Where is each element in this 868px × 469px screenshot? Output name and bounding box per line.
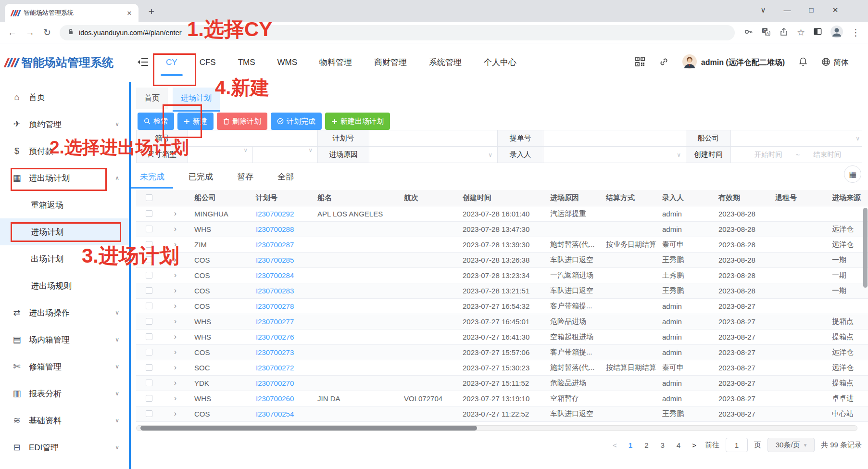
horizontal-scrollbar-thumb[interactable] [140,426,477,431]
browser-menu-icon[interactable]: ⋮ [851,27,860,38]
bookmark-star-icon[interactable]: ☆ [797,27,805,38]
sidebar-item-1[interactable]: ✈预约管理∨ [0,111,129,138]
cell-plan_no[interactable]: I230700273 [250,344,312,360]
row-checkbox[interactable] [146,333,152,340]
row-checkbox[interactable] [146,272,152,279]
tab-close-icon[interactable]: ✕ [125,10,134,17]
nav-item-5[interactable]: 商财管理 [374,43,407,82]
expand-row-icon[interactable]: › [174,271,176,279]
window-close-icon[interactable]: ✕ [830,6,840,14]
status-tab-1[interactable]: 已完成 [188,168,214,189]
nav-item-7[interactable]: 个人中心 [484,43,516,82]
cell-plan_no[interactable]: I230700277 [250,314,312,329]
reload-icon[interactable]: ↻ [43,27,51,38]
cell-plan_no[interactable]: I230700272 [250,360,312,375]
nav-item-4[interactable]: 物料管理 [319,43,352,82]
plan-complete-button[interactable]: 计划完成 [271,113,322,130]
expand-row-icon[interactable]: › [174,409,176,418]
row-checkbox[interactable] [146,364,152,371]
cell-plan_no[interactable]: I230700285 [250,252,312,267]
expand-row-icon[interactable]: › [174,302,176,310]
page-number-1[interactable]: 1 [629,441,632,449]
status-tab-0[interactable]: 未完成 [139,168,165,189]
cell-plan_no[interactable]: I230700283 [250,283,312,298]
password-key-icon[interactable] [743,27,753,38]
expand-row-icon[interactable]: › [174,394,176,402]
column-settings-button[interactable]: ▦ [844,165,861,183]
address-bar[interactable]: idos.yuanduyun.com/#/plan/enter [60,25,735,40]
filter-reason-select[interactable]: ∨ [369,147,497,163]
filter-input-0[interactable] [188,130,317,146]
sidebar-item-0[interactable]: ⌂首页 [0,84,129,111]
row-checkbox[interactable] [146,226,152,232]
status-tab-2[interactable]: 暂存 [236,168,254,189]
back-icon[interactable]: ← [8,27,17,38]
expand-row-icon[interactable]: › [174,332,176,341]
page-number-2[interactable]: 2 [644,441,648,449]
sidebar-item-6[interactable]: ✄修箱管理∨ [0,353,129,380]
cell-plan_no[interactable]: I230700284 [250,267,312,283]
expand-row-icon[interactable]: › [174,348,176,356]
cell-plan_no[interactable]: I230700276 [250,329,312,344]
nav-item-6[interactable]: 系统管理 [429,43,462,82]
cell-plan_no[interactable]: I230700287 [250,237,312,252]
row-checkbox[interactable] [146,380,152,386]
new-tab-button[interactable]: + [145,6,158,17]
row-checkbox[interactable] [146,410,152,417]
row-checkbox[interactable] [146,303,152,309]
filter-select-3[interactable]: ∨ [731,130,865,146]
collapse-menu-icon[interactable] [138,57,149,69]
create-exit-plan-button[interactable]: 新建出场计划 [325,113,390,130]
filter-created-range[interactable]: 开始时间~结束时间 [731,147,865,163]
cell-plan_no[interactable]: I230700260 [250,391,312,406]
filter-operator-select[interactable]: ∨ [543,147,686,163]
translate-icon[interactable]: GA [761,27,771,38]
cell-plan_no[interactable]: I230700278 [250,298,312,314]
row-checkbox[interactable] [146,318,152,325]
browser-tab[interactable]: 智能场站管理系统 ✕ [5,4,138,22]
share-icon[interactable] [779,27,789,38]
cell-plan_no[interactable]: I230700254 [250,406,312,421]
filter-input-1[interactable] [369,130,497,146]
sidebar-item-7[interactable]: ▥报表分析∨ [0,380,129,407]
sidebar-item-4[interactable]: ⇄进出场操作∨ [0,299,129,326]
prev-page-button[interactable]: < [613,441,617,449]
select-all-checkbox[interactable] [146,194,152,201]
sidebar-item-9[interactable]: ⊟EDI管理∨ [0,434,129,461]
notification-bell-icon[interactable] [798,57,808,69]
expand-row-icon[interactable]: › [174,379,176,387]
filter-type-select[interactable]: ∨ [253,147,317,163]
user-info[interactable]: admin (远洋仓配二堆场) [682,54,785,71]
window-minimize-icon[interactable]: — [782,6,792,14]
expand-row-icon[interactable]: › [174,317,176,325]
expand-row-icon[interactable]: › [174,286,176,294]
cell-plan_no[interactable]: I230700292 [250,206,312,221]
filter-input-2[interactable] [543,130,686,146]
page-size-select[interactable]: 30条/页▾ [767,438,815,452]
status-tab-3[interactable]: 全部 [277,168,295,189]
side-panel-icon[interactable] [813,27,822,38]
delete-plan-button[interactable]: 删除计划 [217,113,267,130]
row-checkbox[interactable] [146,349,152,355]
row-checkbox[interactable] [146,287,152,294]
expand-row-icon[interactable]: › [174,225,176,233]
nav-item-1[interactable]: CFS [200,43,216,82]
sidebar-subitem-3-3[interactable]: 进出场规则 [0,272,129,299]
next-page-button[interactable]: > [692,441,696,449]
nav-item-2[interactable]: TMS [238,43,255,82]
sidebar-subitem-3-0[interactable]: 重箱返场 [0,191,129,218]
language-switch[interactable]: 简体 [821,57,849,68]
vertical-scrollbar-thumb[interactable] [863,208,868,288]
sidebar-item-8[interactable]: ≋基础资料∨ [0,407,129,434]
window-restore-icon[interactable]: □ [806,6,816,14]
expand-row-icon[interactable]: › [174,209,176,217]
window-menu-icon[interactable]: ∨ [758,6,768,14]
page-number-3[interactable]: 3 [661,441,665,449]
cell-plan_no[interactable]: I230700270 [250,375,312,391]
goto-page-input[interactable]: 1 [726,438,748,452]
expand-row-icon[interactable]: › [174,363,176,371]
sidebar-item-5[interactable]: ▤场内箱管理∨ [0,326,129,353]
cell-plan_no[interactable]: I230700288 [250,221,312,237]
browser-profile-avatar[interactable] [830,25,843,40]
page-number-4[interactable]: 4 [677,441,680,449]
